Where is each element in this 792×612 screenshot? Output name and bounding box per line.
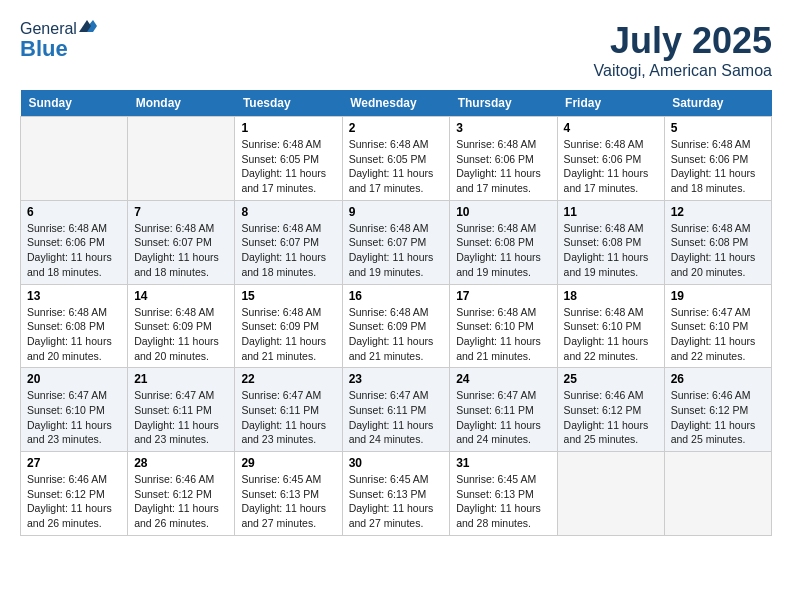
weekday-header-monday: Monday xyxy=(128,90,235,117)
day-number: 14 xyxy=(134,289,228,303)
calendar-cell: 10Sunrise: 6:48 AMSunset: 6:08 PMDayligh… xyxy=(450,200,557,284)
day-info: Sunrise: 6:45 AMSunset: 6:13 PMDaylight:… xyxy=(241,472,335,531)
day-info: Sunrise: 6:48 AMSunset: 6:08 PMDaylight:… xyxy=(671,221,765,280)
day-info: Sunrise: 6:45 AMSunset: 6:13 PMDaylight:… xyxy=(349,472,444,531)
calendar-cell: 8Sunrise: 6:48 AMSunset: 6:07 PMDaylight… xyxy=(235,200,342,284)
day-number: 6 xyxy=(27,205,121,219)
calendar-cell: 16Sunrise: 6:48 AMSunset: 6:09 PMDayligh… xyxy=(342,284,450,368)
day-number: 15 xyxy=(241,289,335,303)
day-number: 13 xyxy=(27,289,121,303)
day-info: Sunrise: 6:48 AMSunset: 6:05 PMDaylight:… xyxy=(241,137,335,196)
day-number: 23 xyxy=(349,372,444,386)
day-number: 16 xyxy=(349,289,444,303)
calendar-cell: 21Sunrise: 6:47 AMSunset: 6:11 PMDayligh… xyxy=(128,368,235,452)
day-info: Sunrise: 6:48 AMSunset: 6:08 PMDaylight:… xyxy=(456,221,550,280)
day-info: Sunrise: 6:48 AMSunset: 6:08 PMDaylight:… xyxy=(564,221,658,280)
calendar-cell: 3Sunrise: 6:48 AMSunset: 6:06 PMDaylight… xyxy=(450,117,557,201)
calendar-cell: 24Sunrise: 6:47 AMSunset: 6:11 PMDayligh… xyxy=(450,368,557,452)
month-title: July 2025 xyxy=(594,20,772,62)
day-info: Sunrise: 6:48 AMSunset: 6:06 PMDaylight:… xyxy=(27,221,121,280)
day-info: Sunrise: 6:46 AMSunset: 6:12 PMDaylight:… xyxy=(134,472,228,531)
day-info: Sunrise: 6:47 AMSunset: 6:11 PMDaylight:… xyxy=(134,388,228,447)
day-info: Sunrise: 6:48 AMSunset: 6:06 PMDaylight:… xyxy=(456,137,550,196)
logo: General Blue xyxy=(20,20,97,60)
day-info: Sunrise: 6:48 AMSunset: 6:06 PMDaylight:… xyxy=(564,137,658,196)
day-info: Sunrise: 6:47 AMSunset: 6:10 PMDaylight:… xyxy=(671,305,765,364)
day-info: Sunrise: 6:47 AMSunset: 6:11 PMDaylight:… xyxy=(456,388,550,447)
day-number: 28 xyxy=(134,456,228,470)
calendar-cell xyxy=(664,452,771,536)
weekday-header-thursday: Thursday xyxy=(450,90,557,117)
location-text: Vaitogi, American Samoa xyxy=(594,62,772,80)
day-number: 8 xyxy=(241,205,335,219)
day-number: 11 xyxy=(564,205,658,219)
calendar-cell xyxy=(557,452,664,536)
calendar-cell: 30Sunrise: 6:45 AMSunset: 6:13 PMDayligh… xyxy=(342,452,450,536)
day-info: Sunrise: 6:46 AMSunset: 6:12 PMDaylight:… xyxy=(564,388,658,447)
day-info: Sunrise: 6:48 AMSunset: 6:10 PMDaylight:… xyxy=(456,305,550,364)
calendar-header-row: SundayMondayTuesdayWednesdayThursdayFrid… xyxy=(21,90,772,117)
day-number: 4 xyxy=(564,121,658,135)
weekday-header-friday: Friday xyxy=(557,90,664,117)
day-info: Sunrise: 6:48 AMSunset: 6:07 PMDaylight:… xyxy=(241,221,335,280)
calendar-cell: 23Sunrise: 6:47 AMSunset: 6:11 PMDayligh… xyxy=(342,368,450,452)
day-number: 18 xyxy=(564,289,658,303)
calendar-cell: 27Sunrise: 6:46 AMSunset: 6:12 PMDayligh… xyxy=(21,452,128,536)
day-number: 31 xyxy=(456,456,550,470)
calendar-week-row: 6Sunrise: 6:48 AMSunset: 6:06 PMDaylight… xyxy=(21,200,772,284)
day-info: Sunrise: 6:47 AMSunset: 6:10 PMDaylight:… xyxy=(27,388,121,447)
calendar-week-row: 20Sunrise: 6:47 AMSunset: 6:10 PMDayligh… xyxy=(21,368,772,452)
calendar-cell: 5Sunrise: 6:48 AMSunset: 6:06 PMDaylight… xyxy=(664,117,771,201)
calendar-cell: 1Sunrise: 6:48 AMSunset: 6:05 PMDaylight… xyxy=(235,117,342,201)
calendar-cell: 18Sunrise: 6:48 AMSunset: 6:10 PMDayligh… xyxy=(557,284,664,368)
calendar-cell xyxy=(128,117,235,201)
day-number: 29 xyxy=(241,456,335,470)
calendar-cell: 6Sunrise: 6:48 AMSunset: 6:06 PMDaylight… xyxy=(21,200,128,284)
calendar-cell: 11Sunrise: 6:48 AMSunset: 6:08 PMDayligh… xyxy=(557,200,664,284)
day-info: Sunrise: 6:46 AMSunset: 6:12 PMDaylight:… xyxy=(671,388,765,447)
day-number: 9 xyxy=(349,205,444,219)
day-info: Sunrise: 6:46 AMSunset: 6:12 PMDaylight:… xyxy=(27,472,121,531)
day-number: 25 xyxy=(564,372,658,386)
page-header: General Blue July 2025 Vaitogi, American… xyxy=(20,20,772,80)
calendar-cell: 4Sunrise: 6:48 AMSunset: 6:06 PMDaylight… xyxy=(557,117,664,201)
calendar-cell: 15Sunrise: 6:48 AMSunset: 6:09 PMDayligh… xyxy=(235,284,342,368)
day-info: Sunrise: 6:48 AMSunset: 6:09 PMDaylight:… xyxy=(241,305,335,364)
day-number: 24 xyxy=(456,372,550,386)
day-info: Sunrise: 6:48 AMSunset: 6:07 PMDaylight:… xyxy=(134,221,228,280)
day-number: 10 xyxy=(456,205,550,219)
day-info: Sunrise: 6:48 AMSunset: 6:07 PMDaylight:… xyxy=(349,221,444,280)
day-info: Sunrise: 6:48 AMSunset: 6:10 PMDaylight:… xyxy=(564,305,658,364)
day-number: 17 xyxy=(456,289,550,303)
day-number: 20 xyxy=(27,372,121,386)
calendar-cell: 17Sunrise: 6:48 AMSunset: 6:10 PMDayligh… xyxy=(450,284,557,368)
weekday-header-saturday: Saturday xyxy=(664,90,771,117)
title-block: July 2025 Vaitogi, American Samoa xyxy=(594,20,772,80)
calendar-cell: 9Sunrise: 6:48 AMSunset: 6:07 PMDaylight… xyxy=(342,200,450,284)
day-info: Sunrise: 6:48 AMSunset: 6:05 PMDaylight:… xyxy=(349,137,444,196)
day-info: Sunrise: 6:48 AMSunset: 6:09 PMDaylight:… xyxy=(134,305,228,364)
day-info: Sunrise: 6:45 AMSunset: 6:13 PMDaylight:… xyxy=(456,472,550,531)
day-number: 30 xyxy=(349,456,444,470)
day-number: 27 xyxy=(27,456,121,470)
calendar-cell: 26Sunrise: 6:46 AMSunset: 6:12 PMDayligh… xyxy=(664,368,771,452)
calendar-cell xyxy=(21,117,128,201)
calendar-week-row: 1Sunrise: 6:48 AMSunset: 6:05 PMDaylight… xyxy=(21,117,772,201)
day-number: 3 xyxy=(456,121,550,135)
calendar-cell: 19Sunrise: 6:47 AMSunset: 6:10 PMDayligh… xyxy=(664,284,771,368)
calendar-week-row: 27Sunrise: 6:46 AMSunset: 6:12 PMDayligh… xyxy=(21,452,772,536)
calendar-week-row: 13Sunrise: 6:48 AMSunset: 6:08 PMDayligh… xyxy=(21,284,772,368)
day-info: Sunrise: 6:48 AMSunset: 6:06 PMDaylight:… xyxy=(671,137,765,196)
logo-icon xyxy=(79,18,97,36)
calendar-cell: 13Sunrise: 6:48 AMSunset: 6:08 PMDayligh… xyxy=(21,284,128,368)
day-number: 22 xyxy=(241,372,335,386)
calendar-cell: 20Sunrise: 6:47 AMSunset: 6:10 PMDayligh… xyxy=(21,368,128,452)
day-number: 7 xyxy=(134,205,228,219)
weekday-header-wednesday: Wednesday xyxy=(342,90,450,117)
calendar-cell: 31Sunrise: 6:45 AMSunset: 6:13 PMDayligh… xyxy=(450,452,557,536)
weekday-header-tuesday: Tuesday xyxy=(235,90,342,117)
weekday-header-sunday: Sunday xyxy=(21,90,128,117)
day-info: Sunrise: 6:47 AMSunset: 6:11 PMDaylight:… xyxy=(241,388,335,447)
logo-blue-text: Blue xyxy=(20,38,68,60)
day-info: Sunrise: 6:48 AMSunset: 6:09 PMDaylight:… xyxy=(349,305,444,364)
